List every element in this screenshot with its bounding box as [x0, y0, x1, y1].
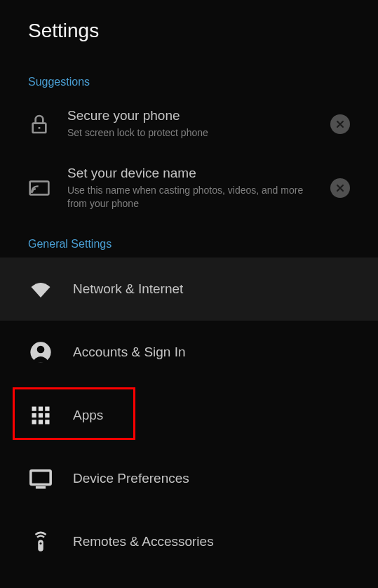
- monitor-icon: [28, 466, 53, 491]
- page-title: Settings: [28, 20, 350, 42]
- svg-rect-7: [45, 406, 49, 410]
- general-section-header: General Settings: [0, 224, 378, 258]
- settings-label: Apps: [73, 408, 103, 423]
- suggestions-section-header: Suggestions: [0, 62, 378, 95]
- svg-point-17: [40, 542, 42, 544]
- svg-rect-12: [39, 420, 43, 424]
- svg-rect-14: [31, 470, 50, 484]
- cast-icon: [28, 177, 50, 199]
- settings-label: Device Preferences: [73, 471, 189, 486]
- suggestion-subtitle: Use this name when casting photos, video…: [67, 184, 319, 211]
- dismiss-button[interactable]: [330, 178, 350, 198]
- svg-rect-9: [39, 413, 43, 417]
- settings-label: Network & Internet: [73, 281, 183, 297]
- wifi-icon: [28, 276, 53, 302]
- apps-grid-icon: [28, 403, 53, 428]
- settings-item-remotes[interactable]: Remotes & Accessories: [0, 510, 378, 573]
- svg-rect-11: [32, 420, 36, 424]
- page-header: Settings: [0, 0, 378, 62]
- settings-item-accounts[interactable]: Accounts & Sign In: [0, 321, 378, 384]
- settings-label: Accounts & Sign In: [73, 345, 186, 360]
- suggestion-title: Secure your phone: [67, 108, 319, 123]
- svg-rect-5: [32, 406, 36, 410]
- settings-item-network[interactable]: Network & Internet: [0, 258, 378, 321]
- suggestion-content: Set your device name Use this name when …: [67, 166, 319, 211]
- svg-rect-13: [45, 420, 49, 424]
- remote-icon: [28, 529, 53, 554]
- svg-rect-8: [32, 413, 36, 417]
- settings-item-device-prefs[interactable]: Device Preferences: [0, 447, 378, 510]
- svg-point-4: [37, 345, 45, 353]
- svg-rect-10: [45, 413, 49, 417]
- close-icon: [335, 182, 346, 194]
- suggestion-content: Secure your phone Set screen lock to pro…: [67, 108, 319, 140]
- svg-rect-16: [38, 540, 43, 551]
- suggestion-device-name[interactable]: Set your device name Use this name when …: [0, 153, 378, 224]
- suggestion-subtitle: Set screen lock to protect phone: [67, 126, 319, 140]
- account-icon: [28, 340, 53, 365]
- settings-label: Remotes & Accessories: [73, 534, 214, 549]
- dismiss-button[interactable]: [330, 114, 350, 134]
- lock-icon: [28, 113, 50, 135]
- close-icon: [335, 119, 346, 130]
- suggestion-title: Set your device name: [67, 166, 319, 181]
- svg-rect-6: [39, 406, 43, 410]
- suggestion-secure-phone[interactable]: Secure your phone Set screen lock to pro…: [0, 95, 378, 153]
- settings-item-apps[interactable]: Apps: [0, 384, 378, 447]
